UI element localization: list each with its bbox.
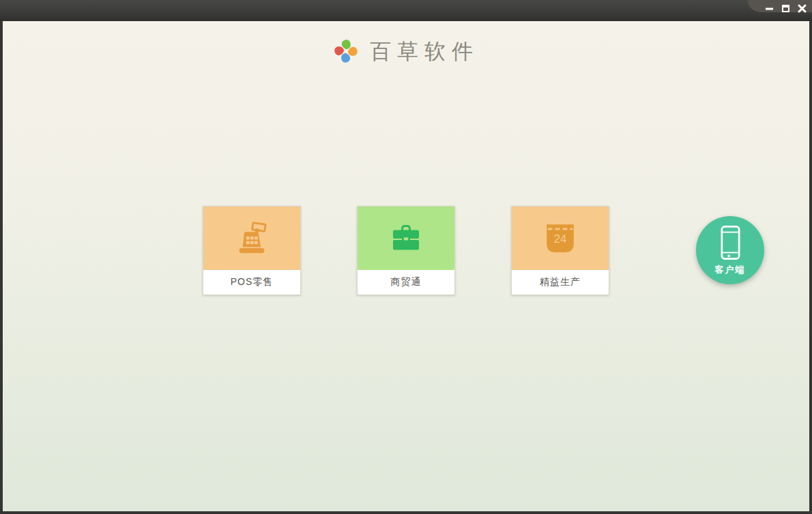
product-card-pos-panel xyxy=(203,207,300,270)
maximize-button[interactable] xyxy=(780,3,792,14)
client-button-label: 客户端 xyxy=(715,264,746,276)
product-card-trade[interactable]: 商贸通 xyxy=(357,206,455,295)
cash-register-icon xyxy=(233,221,270,256)
product-card-lean-panel: 24 xyxy=(512,207,609,270)
app-name: 百草软件 xyxy=(370,41,479,62)
main-content: 百草软件 xyxy=(3,21,809,511)
titlebar xyxy=(0,0,812,21)
app-logo: 百草软件 xyxy=(3,37,809,65)
product-card-pos[interactable]: POS零售 xyxy=(203,206,301,295)
maximize-icon xyxy=(781,4,790,13)
briefcase-icon xyxy=(389,222,423,255)
calendar-icon: 24 xyxy=(543,222,577,256)
minimize-icon xyxy=(765,4,774,13)
window-controls xyxy=(764,0,808,16)
app-window: 百草软件 xyxy=(0,0,812,514)
product-card-trade-label: 商贸通 xyxy=(358,270,454,294)
product-card-trade-panel xyxy=(358,207,454,270)
close-icon xyxy=(798,4,807,13)
smartphone-icon xyxy=(721,225,740,260)
product-card-lean-label: 精益生产 xyxy=(512,270,609,294)
calendar-day: 24 xyxy=(554,232,567,245)
product-card-lean[interactable]: 24 精益生产 xyxy=(511,206,609,295)
minimize-button[interactable] xyxy=(764,3,775,14)
pinwheel-icon xyxy=(333,37,359,65)
close-button[interactable] xyxy=(796,3,808,14)
product-card-pos-label: POS零售 xyxy=(203,270,300,294)
client-button[interactable]: 客户端 xyxy=(696,216,764,284)
